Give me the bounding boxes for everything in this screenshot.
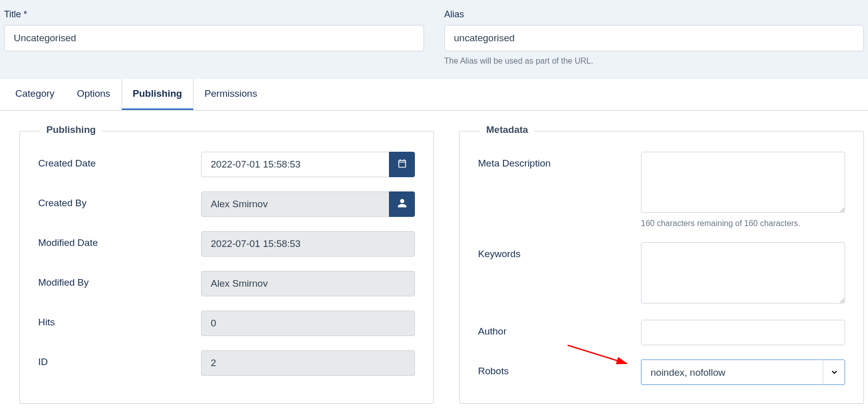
robots-select[interactable]: noindex, nofollow	[641, 359, 845, 385]
hits-row: Hits 0	[38, 311, 415, 336]
author-row: Author	[478, 320, 845, 345]
keywords-label: Keywords	[478, 242, 641, 260]
publishing-legend: Publishing	[40, 124, 102, 135]
robots-label: Robots	[478, 359, 641, 377]
title-field-group: Title *	[4, 9, 424, 66]
tab-publishing[interactable]: Publishing	[122, 79, 193, 110]
metadata-fieldset: Metadata Meta Description 160 characters…	[459, 131, 864, 404]
user-icon	[397, 198, 407, 210]
id-value: 2	[201, 350, 415, 376]
metadata-legend: Metadata	[480, 124, 534, 135]
modified-date-label: Modified Date	[38, 231, 201, 248]
select-user-button[interactable]	[389, 191, 415, 217]
created-date-row: Created Date	[38, 152, 415, 177]
author-label: Author	[478, 320, 641, 337]
modified-by-value: Alex Smirnov	[201, 271, 415, 296]
alias-help-text: The Alias will be used as part of the UR…	[444, 57, 864, 66]
header-fields: Title * Alias The Alias will be used as …	[0, 0, 868, 79]
created-by-row: Created By	[38, 191, 415, 217]
created-date-input[interactable]	[201, 152, 389, 177]
publishing-fieldset: Publishing Created Date Created By	[19, 131, 434, 404]
meta-desc-counter: 160 characters remaining of 160 characte…	[641, 219, 845, 228]
created-by-input	[201, 191, 389, 217]
title-input[interactable]	[4, 25, 424, 51]
modified-by-row: Modified By Alex Smirnov	[38, 271, 415, 296]
hits-value: 0	[201, 311, 415, 336]
modified-by-label: Modified By	[38, 271, 201, 288]
alias-field-group: Alias The Alias will be used as part of …	[444, 9, 864, 66]
meta-desc-row: Meta Description 160 characters remainin…	[478, 152, 845, 228]
alias-input[interactable]	[444, 25, 864, 51]
created-by-label: Created By	[38, 191, 201, 209]
panels-container: Publishing Created Date Created By	[0, 110, 868, 404]
keywords-row: Keywords	[478, 242, 845, 306]
meta-desc-label: Meta Description	[478, 152, 641, 169]
title-label: Title *	[4, 9, 424, 20]
tab-permissions[interactable]: Permissions	[193, 79, 268, 110]
modified-date-row: Modified Date 2022-07-01 15:58:53	[38, 231, 415, 257]
modified-date-value: 2022-07-01 15:58:53	[201, 231, 415, 257]
tab-options[interactable]: Options	[66, 79, 121, 110]
keywords-textarea[interactable]	[641, 242, 845, 303]
created-date-label: Created Date	[38, 152, 201, 169]
alias-label: Alias	[444, 9, 864, 20]
id-row: ID 2	[38, 350, 415, 376]
id-label: ID	[38, 350, 201, 368]
author-input[interactable]	[641, 320, 845, 345]
hits-label: Hits	[38, 311, 201, 328]
calendar-icon	[397, 158, 407, 171]
tabs-bar: Category Options Publishing Permissions	[0, 79, 868, 110]
calendar-button[interactable]	[389, 152, 415, 177]
meta-desc-textarea[interactable]	[641, 152, 845, 213]
robots-row: Robots noindex, nofollow	[478, 359, 845, 385]
tab-category[interactable]: Category	[4, 79, 66, 110]
